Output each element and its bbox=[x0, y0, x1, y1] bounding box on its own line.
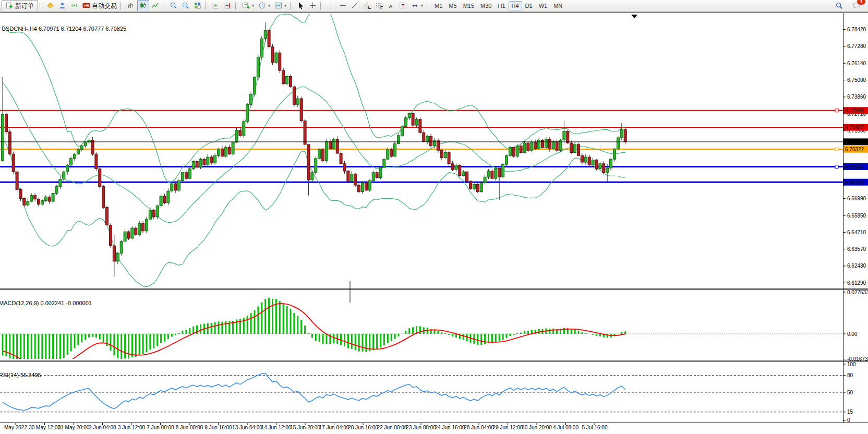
chart-shift-button[interactable] bbox=[222, 0, 234, 11]
market-watch-button[interactable] bbox=[44, 0, 56, 11]
periods-icon bbox=[258, 2, 266, 9]
indicators-icon bbox=[242, 2, 250, 9]
autotrading-button[interactable]: 自动交易 bbox=[80, 0, 119, 11]
horizontal-line-button[interactable] bbox=[337, 0, 349, 11]
timeframe-m15-button[interactable]: M15 bbox=[460, 1, 477, 10]
time-tick: 30 May 12:00 bbox=[29, 425, 61, 430]
zoom-out-icon bbox=[182, 2, 189, 9]
timeframe-mn-button[interactable]: MN bbox=[550, 1, 565, 10]
fibo-icon: F bbox=[375, 2, 383, 9]
time-tick: 8 Jun 08:00 bbox=[176, 425, 203, 430]
timeframe-m5-button[interactable]: M5 bbox=[445, 1, 460, 10]
chevron-down-icon: ▾ bbox=[284, 3, 286, 8]
macd-indicator-label: MACD(12,26,9) 0.002241 -0.000001 bbox=[0, 300, 92, 306]
tile-windows-button[interactable] bbox=[191, 0, 203, 11]
rsi-panel[interactable]: 1008050150 bbox=[0, 361, 856, 424]
new-order-button-label: 新订单 bbox=[15, 1, 34, 11]
chevron-down-icon: ▾ bbox=[421, 3, 423, 8]
timeframe-m30-button[interactable]: M30 bbox=[477, 1, 495, 10]
chart-canvas[interactable]: 6.784206.772806.761406.750006.738606.727… bbox=[0, 11, 868, 434]
equidistant-channel-button[interactable]: E bbox=[361, 0, 373, 11]
price-tick: 6.76140 bbox=[847, 61, 866, 66]
price-badge: 6.72948 bbox=[843, 107, 868, 114]
rsi-tick: 50 bbox=[847, 390, 853, 395]
toolbar-separator bbox=[40, 2, 42, 10]
indicators-button[interactable]: ▾ bbox=[240, 0, 256, 11]
chart-shift-marker bbox=[631, 15, 637, 18]
trendline-icon bbox=[351, 2, 359, 9]
channel-icon: E bbox=[363, 2, 371, 9]
macd-tick: 0.00 bbox=[847, 331, 858, 337]
chart-svg[interactable]: 6.784206.772806.761406.750006.738606.727… bbox=[0, 11, 868, 434]
signal-icon bbox=[70, 2, 78, 9]
candlestick-chart-button[interactable] bbox=[137, 0, 149, 11]
hline-icon bbox=[339, 2, 347, 9]
notifications-button[interactable]: 1 bbox=[850, 0, 862, 11]
search-icon bbox=[835, 2, 843, 9]
time-tick: 9 Jun 16:00 bbox=[204, 425, 232, 430]
text-button[interactable]: A bbox=[385, 0, 397, 11]
bars-chart-icon bbox=[127, 2, 135, 9]
timeframe-d1-button[interactable]: D1 bbox=[522, 1, 536, 10]
rsi-tick: 0 bbox=[847, 417, 850, 423]
fibonacci-button[interactable]: F bbox=[373, 0, 385, 11]
chevron-down-icon: ▾ bbox=[252, 3, 254, 8]
templates-button[interactable]: ▾ bbox=[272, 0, 288, 11]
text-icon: A bbox=[387, 2, 395, 9]
zoom-out-button[interactable] bbox=[179, 0, 191, 11]
svg-text:6.71807: 6.71807 bbox=[845, 125, 864, 130]
chart-shift-icon bbox=[224, 2, 232, 9]
auto-scroll-icon bbox=[212, 2, 220, 9]
chevron-down-icon: ▾ bbox=[268, 3, 270, 8]
bar-chart-button[interactable] bbox=[125, 0, 137, 11]
new-order-button[interactable]: 新订单 bbox=[2, 0, 38, 11]
price-axis[interactable]: 6.784206.772806.761406.750006.738606.727… bbox=[843, 27, 868, 286]
text-label-button[interactable]: T bbox=[397, 0, 409, 11]
time-axis[interactable]: May 202230 May 12:0031 May 20:002 Jun 04… bbox=[4, 423, 608, 430]
time-tick: 23 Jun 08:00 bbox=[406, 425, 436, 430]
svg-text:F: F bbox=[380, 5, 383, 9]
toolbar-separator bbox=[235, 2, 238, 10]
timeframe-m1-button[interactable]: M1 bbox=[431, 1, 445, 10]
arrows-button[interactable]: ▾ bbox=[409, 0, 425, 11]
zoom-in-icon bbox=[170, 2, 177, 9]
macd-panel[interactable]: 0.0276330.00-0.016736 bbox=[0, 290, 868, 372]
macd-tick: 0.027633 bbox=[847, 290, 868, 295]
line-chart-icon bbox=[151, 2, 159, 9]
svg-text:6.69147: 6.69147 bbox=[845, 164, 864, 170]
crosshair-icon bbox=[309, 2, 317, 9]
rsi-tick: 15 bbox=[847, 409, 853, 415]
auto-scroll-button[interactable] bbox=[210, 0, 222, 11]
time-tick: 7 Jun 00:00 bbox=[147, 425, 174, 430]
tile-windows-icon bbox=[194, 2, 201, 9]
toolbar-separator bbox=[120, 2, 123, 10]
periods-button[interactable]: ▾ bbox=[256, 0, 272, 11]
time-tick: 22 Jun 00:00 bbox=[377, 425, 407, 430]
time-tick: 4 Jul 08:00 bbox=[553, 425, 578, 430]
timeframe-w1-button[interactable]: W1 bbox=[536, 1, 551, 10]
price-tick: 6.77280 bbox=[847, 43, 866, 49]
svg-text:6.70322: 6.70322 bbox=[845, 147, 864, 152]
search-button[interactable] bbox=[833, 0, 845, 11]
navigator-button[interactable] bbox=[68, 0, 80, 11]
timeframe-h4-button[interactable]: H4 bbox=[509, 1, 522, 10]
trendline-button[interactable] bbox=[349, 0, 361, 11]
rsi-tick: 80 bbox=[847, 372, 853, 378]
timeframe-h1-button[interactable]: H1 bbox=[495, 1, 508, 10]
zoom-in-button[interactable] bbox=[167, 0, 179, 11]
price-tick: 6.75000 bbox=[847, 77, 866, 83]
price-badge: 6.71807 bbox=[843, 124, 868, 131]
new-order-icon bbox=[6, 2, 14, 9]
data-window-button[interactable] bbox=[56, 0, 68, 11]
templates-icon bbox=[274, 2, 282, 9]
line-chart-button[interactable] bbox=[149, 0, 161, 11]
chart-frame bbox=[0, 13, 868, 423]
autotrading-button-label: 自动交易 bbox=[92, 1, 117, 11]
vertical-line-button[interactable] bbox=[325, 0, 337, 11]
crosshair-button[interactable] bbox=[307, 0, 319, 11]
price-tick: 6.78420 bbox=[847, 27, 866, 32]
cursor-button[interactable] bbox=[295, 0, 307, 11]
price-badge: 6.70322 bbox=[843, 146, 868, 153]
svg-text:6.68100: 6.68100 bbox=[845, 179, 864, 185]
toolbar-separator bbox=[163, 2, 165, 10]
